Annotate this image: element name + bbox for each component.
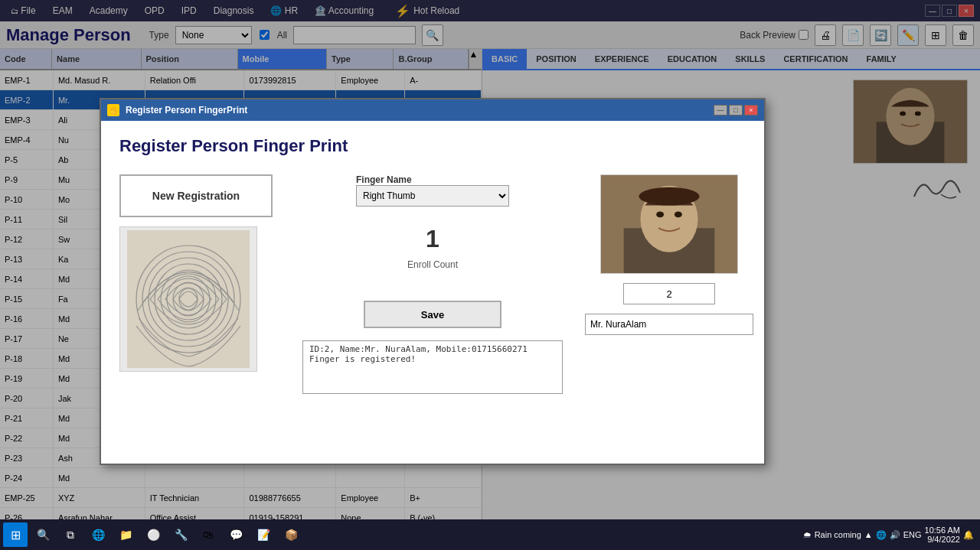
date-display: 9/4/2022: [925, 535, 960, 544]
dialog-center: Finger Name Right Thumb Left Thumb Right…: [291, 174, 574, 448]
dialog-titlebar: 🖐 Register Person FingerPrint — □ ×: [101, 99, 764, 121]
vscode-icon[interactable]: 📝: [251, 522, 276, 547]
start-button[interactable]: ⊞: [3, 522, 28, 547]
person-id-input[interactable]: [623, 283, 715, 304]
dialog-title-text: Register Person FingerPrint: [126, 105, 247, 116]
dialog-left: New Registration: [119, 174, 273, 448]
explorer-icon[interactable]: 📁: [113, 522, 138, 547]
person-photo: [600, 174, 738, 274]
lang-label: ENG: [903, 530, 922, 539]
dialog-minimize[interactable]: —: [714, 105, 727, 116]
dialog-maximize[interactable]: □: [729, 105, 743, 116]
notification-icon[interactable]: 🔔: [963, 530, 974, 540]
fingerprint-box: [119, 226, 257, 372]
svg-point-17: [656, 211, 664, 217]
taskbar-right: 🌧 Rain coming ▲ 🌐 🔊 ENG 10:56 AM 9/4/202…: [797, 526, 980, 544]
finger-name-label: Finger Name: [356, 174, 509, 185]
edge-icon[interactable]: 🌐: [86, 522, 110, 547]
dialog-title-left: 🖐 Register Person FingerPrint: [107, 104, 247, 116]
taskbar-up-icon[interactable]: ▲: [864, 530, 873, 539]
svg-point-19: [639, 187, 699, 206]
dialog-body: Register Person Finger Print New Registr…: [101, 121, 764, 464]
enroll-count-label: Enroll Count: [407, 259, 458, 270]
time-display: 10:56 AM: [925, 526, 960, 535]
whatsapp-icon[interactable]: 💬: [224, 522, 248, 547]
dialog-photo-svg: [601, 175, 737, 274]
taskbar: ⊞ 🔍 ⧉ 🌐 📁 ⚪ 🔧 🛍 💬 📝 📦 🌧 Rain coming ▲ 🌐 …: [0, 519, 980, 550]
log-box[interactable]: [302, 340, 563, 394]
dialog-buttons: — □ ×: [714, 105, 758, 116]
network-icon: 🌐: [876, 530, 887, 540]
chrome-icon[interactable]: ⚪: [141, 522, 165, 547]
app-window: 🗂 File EAM Academy OPD IPD Diagnosis 🌐 H…: [0, 0, 980, 519]
task-view[interactable]: ⧉: [58, 522, 83, 547]
app-icon[interactable]: 📦: [279, 522, 303, 547]
fingerprint-svg: [127, 230, 250, 368]
taskbar-left: ⊞ 🔍 ⧉ 🌐 📁 ⚪ 🔧 🛍 💬 📝 📦: [0, 522, 306, 547]
search-taskbar[interactable]: 🔍: [31, 522, 55, 547]
devtools-icon[interactable]: 🔧: [168, 522, 193, 547]
dialog-right: [593, 174, 746, 448]
dialog-close[interactable]: ×: [744, 105, 758, 116]
fingerprint-dialog: 🖐 Register Person FingerPrint — □ × Regi…: [100, 98, 766, 465]
dialog-icon: 🖐: [107, 104, 119, 116]
weather-info: 🌧 Rain coming: [803, 530, 861, 539]
weather-text: Rain coming: [815, 530, 861, 539]
svg-point-18: [675, 211, 682, 217]
finger-select[interactable]: Right Thumb Left Thumb Right Index Right…: [356, 185, 509, 207]
dialog-main: New Registration: [119, 174, 746, 448]
taskbar-time: 10:56 AM 9/4/2022: [925, 526, 960, 544]
enroll-count-value: 1: [426, 225, 439, 253]
store-icon[interactable]: 🛍: [196, 522, 220, 547]
new-registration-button[interactable]: New Registration: [119, 174, 273, 217]
dialog-heading: Register Person Finger Print: [119, 136, 746, 156]
person-name-input[interactable]: [585, 314, 753, 335]
save-button[interactable]: Save: [364, 301, 501, 328]
finger-name-section: Finger Name Right Thumb Left Thumb Right…: [356, 174, 509, 207]
volume-icon[interactable]: 🔊: [890, 530, 900, 540]
